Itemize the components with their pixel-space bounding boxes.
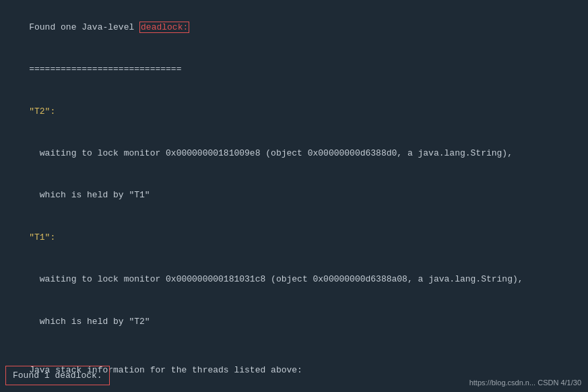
t1-wait-addr: 0x00000000d6388a08 [313,274,407,284]
t1-label: "T1": [29,232,55,242]
t2-header: "T2": [8,91,580,133]
t2-wait-post: , a java.lang.String), [397,148,513,158]
t1-header: "T1": [8,217,580,259]
separator1-text: ============================= [29,64,181,74]
keyword-deadlock: deadlock: [139,22,189,33]
t2-label: "T2": [29,106,55,117]
text-found-one: Found one Java-level [29,22,139,32]
line-found-deadlock: Found one Java-level deadlock: [8,7,580,48]
t1-wait-line: waiting to lock monitor 0x00000000018103… [8,259,580,300]
t1-wait-text: waiting to lock monitor 0x00000000018103… [29,274,313,284]
t2-held-text: which is held by "T1" [29,190,150,200]
t1-held-line: which is held by "T2" [8,301,580,343]
found-deadlock-text: Found 1 deadlock. [13,370,102,381]
t1-held-text: which is held by "T2" [29,317,150,327]
t1-wait-post: , a java.lang.String), [407,274,523,284]
separator-line-1: ============================= [8,48,580,90]
t2-held-line: which is held by "T1" [8,175,580,217]
t2-wait-line: waiting to lock monitor 0x00000000181009… [8,133,580,174]
watermark: https://blog.csdn.n... CSDN 4/1/30 [469,379,581,387]
found-deadlock-box: Found 1 deadlock. [5,366,110,385]
t2-wait-text: waiting to lock monitor 0x00000000181009… [29,148,307,158]
t2-wait-addr: 0x00000000d6388d0 [308,148,397,158]
terminal-output: Found one Java-level deadlock: =========… [0,0,588,392]
